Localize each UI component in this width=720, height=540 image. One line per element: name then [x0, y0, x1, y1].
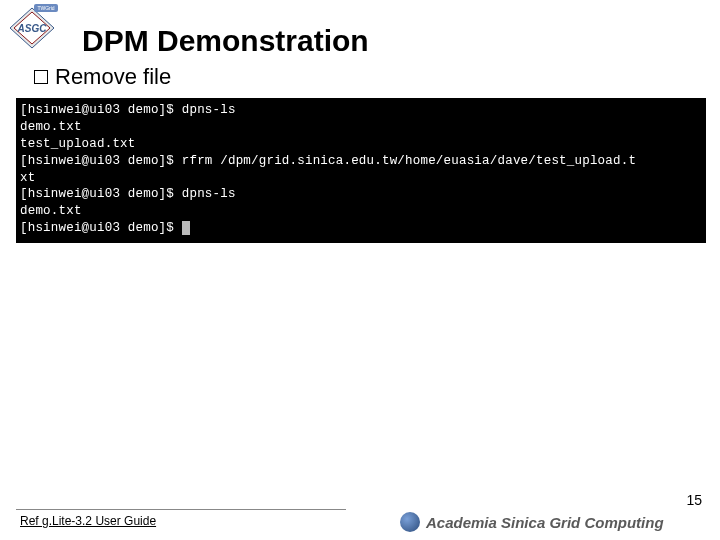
slide-title: DPM Demonstration — [82, 24, 369, 58]
checkbox-icon — [34, 70, 48, 84]
cursor-icon — [182, 221, 190, 235]
terminal-output: [hsinwei@ui03 demo]$ dpns-ls demo.txt te… — [16, 98, 706, 243]
svg-text:ASGC: ASGC — [17, 23, 48, 34]
asgc-logo: ASGC TWGrid — [6, 4, 58, 52]
bullet-remove-file: Remove file — [34, 64, 171, 90]
terminal-line: [hsinwei@ui03 demo]$ dpns-ls — [20, 187, 236, 201]
bullet-label: Remove file — [55, 64, 171, 90]
page-number: 15 — [686, 492, 702, 508]
footer-reference: Ref g.Lite-3.2 User Guide — [20, 514, 156, 528]
terminal-line: demo.txt — [20, 204, 82, 218]
terminal-line: [hsinwei@ui03 demo]$ rfrm /dpm/grid.sini… — [20, 154, 636, 168]
terminal-line: [hsinwei@ui03 demo]$ dpns-ls — [20, 103, 236, 117]
terminal-line: test_upload.txt — [20, 137, 136, 151]
footer-org-text: Academia Sinica Grid Computing — [426, 514, 664, 531]
terminal-line: [hsinwei@ui03 demo]$ — [20, 221, 182, 235]
footer-org-logo: Academia Sinica Grid Computing — [400, 510, 710, 534]
terminal-line: xt — [20, 171, 35, 185]
svg-text:TWGrid: TWGrid — [37, 5, 54, 11]
globe-icon — [400, 512, 420, 532]
terminal-line: demo.txt — [20, 120, 82, 134]
footer-divider — [16, 509, 346, 510]
slide: ASGC TWGrid DPM Demonstration Remove fil… — [0, 0, 720, 540]
